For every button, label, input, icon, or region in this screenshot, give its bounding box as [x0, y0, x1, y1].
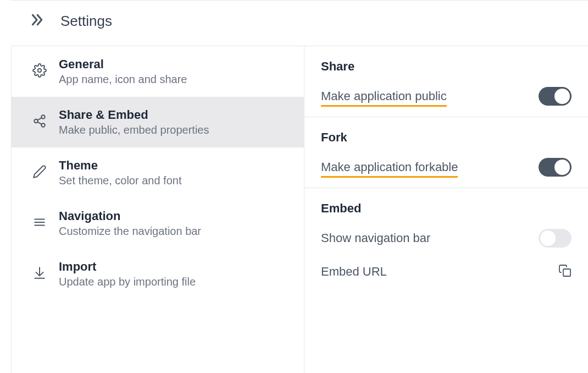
sidebar-item-general[interactable]: General App name, icon and share	[12, 46, 304, 97]
sidebar-item-desc: Update app by importing file	[59, 276, 196, 288]
sidebar-item-desc: Set theme, color and font	[59, 174, 181, 187]
make-forkable-label: Make application forkable	[321, 160, 458, 174]
pencil-icon	[32, 164, 47, 181]
sidebar-item-desc: Customize the navigation bar	[59, 225, 201, 238]
sidebar-item-share-embed[interactable]: Share & Embed Make public, embed propert…	[12, 97, 304, 147]
sidebar-item-navigation[interactable]: Navigation Customize the navigation bar	[12, 198, 304, 249]
settings-sidebar: General App name, icon and share Sha	[12, 46, 304, 373]
sidebar-item-label: Share & Embed	[59, 108, 209, 122]
sidebar-item-theme[interactable]: Theme Set theme, color and font	[12, 147, 304, 198]
show-nav-toggle[interactable]	[539, 229, 572, 248]
make-public-toggle[interactable]	[539, 87, 572, 106]
svg-point-0	[38, 69, 42, 73]
share-title: Share	[321, 59, 572, 74]
menu-icon	[32, 215, 47, 232]
sidebar-item-import[interactable]: Import Update app by importing file	[12, 249, 304, 299]
svg-rect-11	[563, 269, 570, 276]
settings-detail: Share Make application public Fork Make …	[304, 46, 588, 373]
sidebar-item-desc: Make public, embed properties	[59, 124, 209, 136]
sidebar-item-label: Import	[59, 260, 196, 274]
make-public-label: Make application public	[321, 89, 447, 103]
embed-url-label: Embed URL	[321, 265, 387, 279]
embed-section: Embed Show navigation bar Embed URL	[304, 188, 588, 290]
embed-title: Embed	[321, 201, 572, 216]
collapse-icon[interactable]	[29, 12, 45, 30]
share-section: Share Make application public	[304, 46, 588, 117]
page-title: Settings	[60, 13, 112, 30]
sidebar-item-desc: App name, icon and share	[59, 73, 187, 86]
sidebar-item-label: Theme	[59, 158, 181, 173]
copy-icon[interactable]	[558, 264, 572, 279]
svg-line-5	[37, 118, 41, 120]
svg-line-4	[37, 122, 41, 124]
gear-icon	[32, 63, 47, 80]
make-forkable-toggle[interactable]	[539, 158, 572, 177]
settings-header: Settings	[11, 1, 588, 46]
fork-title: Fork	[321, 130, 572, 145]
fork-section: Fork Make application forkable	[304, 117, 588, 188]
share-icon	[32, 114, 47, 130]
sidebar-item-label: General	[59, 57, 187, 72]
sidebar-item-label: Navigation	[59, 209, 201, 223]
show-nav-label: Show navigation bar	[321, 231, 430, 245]
download-icon	[32, 266, 47, 282]
